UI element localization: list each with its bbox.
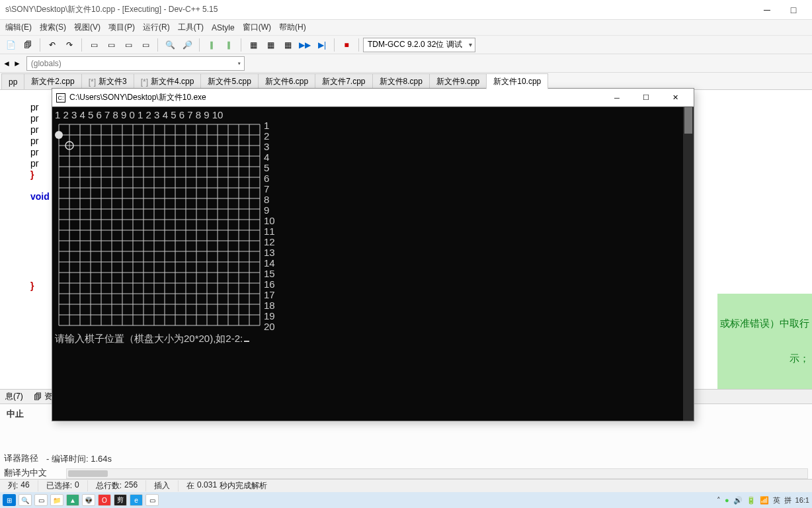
tab-file[interactable]: 新文件2.cpp	[24, 73, 81, 89]
console-prompt: 请输入棋子位置（棋盘大小为20*20),如2-2:	[55, 333, 249, 344]
menu-help[interactable]: 帮助(H)	[275, 20, 310, 35]
toolbar-btn[interactable]: ▭	[138, 38, 153, 52]
console-title-text: C:\Users\SONY\Desktop\新文件10.exe	[69, 92, 206, 103]
task-icon[interactable]: ▲	[66, 494, 79, 506]
console-close[interactable]: ✕	[661, 89, 690, 107]
menu-search[interactable]: 搜索(S)	[36, 20, 70, 35]
menu-tools[interactable]: 工具(T)	[174, 20, 208, 35]
clock[interactable]: 16:1	[795, 496, 809, 504]
toolbar-btn[interactable]: 🔍	[162, 38, 178, 52]
toolbar-btn[interactable]: ∥	[221, 38, 237, 52]
toolbar-btn[interactable]: ▭	[103, 38, 119, 52]
status-bar: 列:46 已选择:0 总行数:256 插入 在 0.031 秒内完成解析	[0, 479, 812, 492]
output-tab-info[interactable]: 息(7)	[0, 390, 28, 404]
output-side-labels: 译器路径 翻译为中文	[0, 450, 60, 482]
comment-highlight: 或标准错误）中取行 示；	[717, 294, 812, 389]
task-icon[interactable]: ▭	[34, 494, 48, 506]
toolbar-btn[interactable]: ▭	[86, 38, 102, 52]
window-title: s\SONY\Desktop\新文件10.cpp - [Executing] -…	[5, 4, 218, 15]
undo-button[interactable]: ↶	[44, 38, 60, 52]
fwd-button[interactable]: ►	[13, 59, 21, 68]
toolbar-btn[interactable]: 🔎	[179, 38, 195, 52]
console-window: C: C:\Users\SONY\Desktop\新文件10.exe ─ ☐ ✕…	[52, 88, 694, 421]
globals-select[interactable]: (globals)	[26, 56, 245, 71]
toolbar-btn[interactable]: ▭	[120, 38, 136, 52]
tab-file[interactable]: [*] 新文件4.cpp	[134, 73, 202, 89]
task-icon[interactable]: O	[98, 494, 111, 506]
menu-bar: 编辑(E) 搜索(S) 视图(V) 项目(P) 运行(R) 工具(T) ASty…	[0, 20, 812, 36]
tab-file[interactable]: 新文件5.cpp	[200, 73, 258, 89]
console-content: 1 2 3 4 5 6 7 8 9 0 1 2 3 4 5 6 7 8 9 10…	[55, 110, 682, 332]
taskbar: ⊞ 🔍 ▭ 📁 ▲ 👽 O 剪 e ▭ ˄ ● 🔊 🔋 📶 英 拼 16:1	[0, 492, 812, 508]
svg-point-40	[55, 131, 63, 139]
system-tray[interactable]: ˄ ● 🔊 🔋 📶 英 拼 16:1	[717, 495, 809, 505]
toolbar-btn[interactable]: 📄	[3, 38, 19, 52]
tab-file[interactable]: [*] 新文件3	[81, 73, 134, 89]
battery-icon[interactable]: 🔋	[747, 496, 756, 505]
redo-button[interactable]: ↷	[61, 38, 77, 52]
step-button[interactable]: ▶|	[314, 38, 330, 52]
menu-run[interactable]: 运行(R)	[139, 20, 174, 35]
task-icon[interactable]: 剪	[114, 494, 127, 506]
tray-icon[interactable]: ●	[725, 496, 729, 504]
back-button[interactable]: ◄	[3, 59, 11, 68]
compiler-select[interactable]: TDM-GCC 9.2.0 32位 调试	[363, 38, 475, 52]
menu-view[interactable]: 视图(V)	[70, 20, 104, 35]
menu-window[interactable]: 窗口(W)	[239, 20, 275, 35]
console-minimize[interactable]: ─	[602, 89, 631, 107]
title-bar: s\SONY\Desktop\新文件10.cpp - [Executing] -…	[0, 0, 812, 20]
console-body[interactable]: 1 2 3 4 5 6 7 8 9 0 1 2 3 4 5 6 7 8 9 10…	[52, 107, 694, 421]
tray-icon[interactable]: ˄	[717, 496, 721, 505]
compile-button[interactable]: ▦	[245, 38, 261, 52]
task-icon[interactable]: ▭	[145, 494, 159, 506]
console-vscrollbar[interactable]	[683, 107, 694, 421]
run-button[interactable]: ▦	[263, 38, 278, 52]
maximize-button[interactable]: □	[780, 5, 807, 15]
output-hscrollbar[interactable]	[66, 468, 808, 479]
tab-file[interactable]: 新文件6.cpp	[258, 73, 315, 89]
compile-run-button[interactable]: ▦	[280, 38, 296, 52]
start-button[interactable]: ⊞	[3, 494, 16, 506]
board-row-labels: 1234567891011121314151617181920	[264, 120, 275, 332]
task-icon[interactable]: 📁	[50, 494, 63, 506]
tab-file[interactable]: 新文件8.cpp	[372, 73, 430, 89]
tab-file[interactable]: pp	[1, 73, 24, 89]
task-icon[interactable]: 🔍	[19, 494, 32, 506]
console-app-icon: C:	[56, 93, 65, 103]
console-maximize[interactable]: ☐	[631, 89, 661, 107]
task-icon[interactable]: 👽	[82, 494, 95, 506]
tab-file[interactable]: 新文件9.cpp	[429, 73, 487, 89]
menu-edit[interactable]: 编辑(E)	[1, 20, 36, 35]
wifi-icon[interactable]: 📶	[760, 496, 769, 505]
debug-button[interactable]: ▶▶	[297, 38, 313, 52]
text-cursor	[244, 341, 249, 342]
toolbar-btn[interactable]: 🗐	[20, 38, 36, 52]
tab-file-active[interactable]: 新文件10.cpp	[486, 73, 548, 89]
volume-icon[interactable]: 🔊	[733, 496, 743, 505]
menu-project[interactable]: 项目(P)	[104, 20, 139, 35]
minimize-button[interactable]: ─	[754, 5, 780, 15]
stop-button[interactable]: ■	[339, 38, 354, 52]
board-col-header: 1 2 3 4 5 6 7 8 9 0 1 2 3 4 5 6 7 8 9 10	[55, 110, 682, 120]
console-title-bar[interactable]: C: C:\Users\SONY\Desktop\新文件10.exe ─ ☐ ✕	[52, 89, 694, 107]
task-icon[interactable]: e	[130, 494, 143, 506]
main-toolbar: 📄 🗐 ↶ ↷ ▭ ▭ ▭ ▭ 🔍 🔎 ∥ ∥ ▦ ▦ ▦ ▶▶ ▶| ■ TD…	[0, 36, 812, 54]
tab-file[interactable]: 新文件7.cpp	[315, 73, 372, 89]
secondary-toolbar: ◄ ► (globals)	[0, 54, 812, 73]
go-board-grid	[55, 120, 261, 332]
toolbar-btn[interactable]: ∥	[204, 38, 220, 52]
menu-astyle[interactable]: AStyle	[208, 21, 239, 34]
ime-mode[interactable]: 拼	[784, 495, 792, 505]
ime-lang[interactable]: 英	[773, 495, 780, 505]
